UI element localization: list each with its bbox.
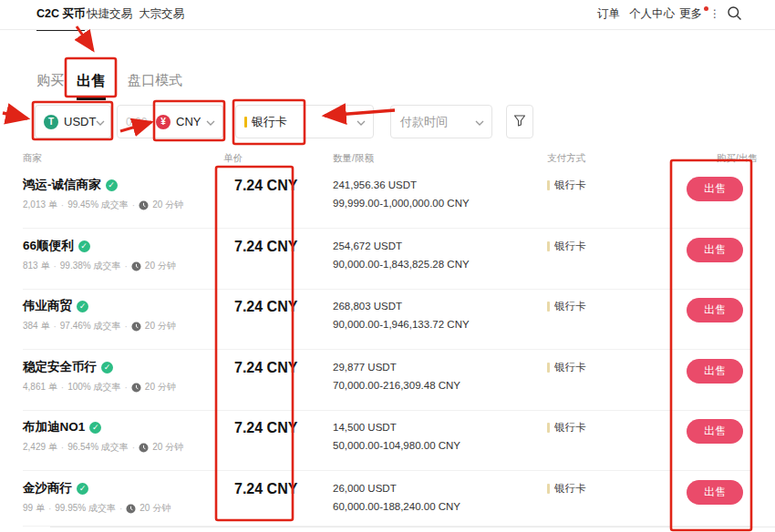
payment-color-bar (547, 241, 550, 251)
sell-button[interactable]: 出售 (687, 298, 743, 322)
c2c-trading-page: C2C 买币 快捷交易 大宗交易 订单 个人中心 更多⋮ 购买 出售 盘口模式 … (0, 0, 775, 532)
merchant-time: 20 分钟 (140, 502, 170, 515)
limit: 99,999.00-1,000,000.00 CNY (333, 194, 470, 212)
price: 7.24 CNY (234, 420, 297, 436)
table-row: 伟业商贸 ✓ 384 单 · 97.46% 成交率 · 20 分钟 7.24 C… (0, 290, 775, 350)
merchant-time: 20 分钟 (145, 381, 176, 394)
merchant-name: 布加迪NO1 (23, 419, 85, 435)
amount-limit: 29,877 USDT 70,000.00-216,309.48 CNY (333, 358, 460, 394)
merchant-link[interactable]: 鸿运-诚信商家 ✓ (23, 177, 118, 193)
amount-limit: 241,956.36 USDT 99,999.00-1,000,000.00 C… (333, 176, 470, 212)
payment-method: 银行卡 (554, 421, 586, 435)
amount-fiat-control: ¥ CNY (117, 105, 223, 138)
merchant-stats: 2,013 单 · 99.45% 成交率 · 20 分钟 (23, 199, 183, 211)
payment-cell: 银行卡 (547, 240, 586, 253)
table-row: 金沙商行 ✓ 99 单 · 99.95% 成交率 · 20 分钟 7.24 CN… (0, 472, 775, 527)
header-action: 购买/出售 (717, 152, 758, 165)
clock-icon (126, 504, 136, 514)
nav-more[interactable]: 更多⋮ (679, 6, 720, 22)
merchant-rate: 97.46% 成交率 (60, 320, 121, 332)
chevron-down-icon (206, 115, 215, 128)
verified-badge-icon: ✓ (106, 179, 118, 191)
payment-cell: 银行卡 (547, 421, 586, 435)
clock-icon (131, 261, 141, 271)
merchant-orders: 813 单 (23, 260, 49, 272)
nav-block-trade[interactable]: 大宗交易 (139, 6, 184, 22)
payment-cell: 银行卡 (547, 482, 586, 496)
payment-color-bar (547, 180, 550, 190)
merchant-link[interactable]: 66顺便利 ✓ (23, 238, 90, 254)
limit: 60,000.00-188,240.00 CNY (333, 497, 460, 516)
chevron-down-icon (96, 115, 105, 128)
nav-quick-trade[interactable]: 快捷交易 (87, 6, 132, 22)
merchant-name: 鸿运-诚信商家 (23, 177, 101, 193)
verified-badge-icon: ✓ (78, 240, 90, 252)
payment-color-bar (547, 302, 550, 312)
table-row: 66顺便利 ✓ 813 单 · 99.38% 成交率 · 20 分钟 7.24 … (0, 230, 775, 290)
merchant-time: 20 分钟 (145, 260, 176, 272)
sell-button[interactable]: 出售 (687, 359, 743, 384)
merchant-stats: 99 单 · 99.95% 成交率 · 20 分钟 (23, 502, 170, 515)
merchant-stats: 2,429 单 · 96.54% 成交率 · 20 分钟 (23, 441, 183, 454)
nav-orders[interactable]: 订单 (597, 6, 620, 22)
payment-color-bar (244, 117, 247, 128)
tab-orderbook-mode[interactable]: 盘口模式 (128, 72, 182, 89)
header-amount: 数量/限额 (333, 152, 374, 165)
clock-icon (139, 200, 149, 210)
merchant-rate: 96.54% 成交率 (67, 441, 129, 454)
merchant-orders: 99 单 (23, 502, 45, 515)
nav-more-label: 更多 (679, 7, 702, 20)
amount: 14,500 USDT (333, 418, 460, 436)
merchant-rate: 100% 成交率 (67, 381, 120, 394)
nav-profile[interactable]: 个人中心 (629, 6, 675, 22)
merchant-name: 金沙商行 (23, 480, 72, 496)
limit: 90,000.00-1,946,133.72 CNY (333, 315, 470, 333)
nav-c2c-buy[interactable]: C2C 买币 (36, 6, 85, 22)
merchant-time: 20 分钟 (152, 199, 183, 211)
sell-button[interactable]: 出售 (687, 480, 743, 505)
crypto-select-value: USDT (64, 115, 96, 128)
payment-method-select[interactable]: 银行卡 (235, 105, 374, 138)
tab-sell[interactable]: 出售 (77, 72, 106, 91)
payment-method: 银行卡 (554, 240, 586, 253)
sell-button[interactable]: 出售 (687, 238, 743, 262)
search-icon[interactable] (727, 5, 742, 25)
merchant-orders: 2,429 单 (23, 441, 57, 454)
table-row: 鸿运-诚信商家 ✓ 2,013 单 · 99.45% 成交率 · 20 分钟 7… (0, 169, 775, 229)
price: 7.24 CNY (234, 360, 297, 376)
funnel-icon (513, 115, 526, 129)
clock-icon (139, 443, 149, 453)
merchant-link[interactable]: 稳定安全币行 ✓ (23, 359, 113, 375)
merchant-orders: 4,861 单 (23, 381, 57, 394)
merchant-name: 稳定安全币行 (23, 359, 97, 375)
tab-buy[interactable]: 购买 (36, 72, 64, 89)
merchant-stats: 384 单 · 97.46% 成交率 · 20 分钟 (23, 320, 176, 332)
merchant-stats: 4,861 单 · 100% 成交率 · 20 分钟 (23, 381, 176, 394)
annotation-arrow-to-usdt (3, 113, 27, 118)
payment-method: 银行卡 (554, 179, 586, 192)
payment-cell: 银行卡 (547, 361, 586, 374)
chevron-down-icon (475, 115, 484, 128)
kebab-icon: ⋮ (709, 7, 720, 20)
fiat-select-value[interactable]: CNY (176, 115, 201, 128)
payment-method: 银行卡 (554, 482, 586, 496)
verified-badge-icon: ✓ (101, 362, 113, 373)
merchant-link[interactable]: 金沙商行 ✓ (23, 480, 88, 496)
sell-button[interactable]: 出售 (687, 177, 743, 201)
top-nav: C2C 买币 快捷交易 大宗交易 订单 个人中心 更多⋮ (0, 0, 775, 29)
amount-input[interactable] (118, 116, 152, 128)
pay-time-select[interactable]: 付款时间 (390, 105, 492, 138)
amount: 254,672 USDT (333, 237, 470, 255)
merchant-link[interactable]: 布加迪NO1 ✓ (23, 419, 101, 435)
merchant-stats: 813 单 · 99.38% 成交率 · 20 分钟 (23, 260, 176, 272)
header-merchant: 商家 (23, 152, 42, 165)
payment-color-bar (547, 423, 550, 433)
header-price: 单价 (223, 152, 243, 165)
merchant-time: 20 分钟 (152, 441, 183, 454)
sell-button[interactable]: 出售 (687, 419, 743, 444)
price: 7.24 CNY (234, 239, 297, 255)
merchant-orders: 2,013 单 (23, 199, 57, 211)
crypto-select[interactable]: T USDT (35, 105, 111, 138)
merchant-link[interactable]: 伟业商贸 ✓ (23, 298, 88, 314)
filter-button[interactable] (506, 105, 533, 138)
